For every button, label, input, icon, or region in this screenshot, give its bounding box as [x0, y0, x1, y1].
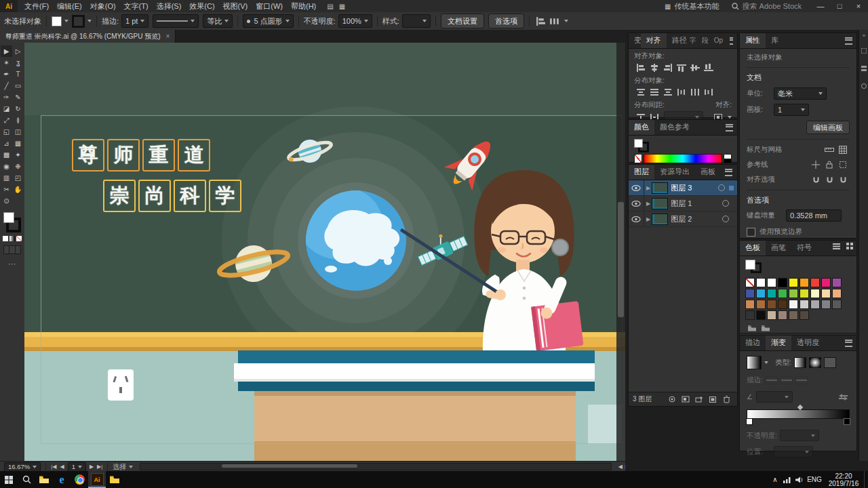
swatch[interactable] [756, 300, 766, 309]
lock-guides-icon[interactable] [823, 159, 836, 170]
gradient-preview-swatch[interactable] [747, 356, 762, 369]
edge-browser-icon[interactable]: e [53, 471, 71, 488]
swatch[interactable] [810, 289, 820, 298]
expand-arrow-icon[interactable]: ▶ [646, 216, 650, 222]
search-icon[interactable] [732, 3, 739, 10]
tab-pathfinder[interactable]: 路径查找器 [667, 33, 687, 48]
align-vcenter-icon[interactable] [688, 62, 702, 73]
panel-menu-icon[interactable] [726, 124, 733, 131]
swatch[interactable] [832, 289, 842, 298]
distribute-top-icon[interactable] [634, 87, 648, 98]
drawing-modes[interactable] [3, 245, 21, 254]
gradient-stop-black[interactable] [844, 418, 850, 425]
stroke-color-control[interactable] [72, 15, 92, 28]
document-setup-button[interactable]: 文档设置 [441, 14, 484, 28]
layer-thumbnail[interactable] [652, 198, 668, 209]
hidden-panel-icon[interactable] [859, 79, 868, 92]
radial-gradient-icon[interactable] [809, 357, 821, 368]
illustrator-taskbar-icon[interactable]: Ai [88, 471, 106, 488]
layer-name[interactable]: 图层 1 [671, 199, 692, 209]
start-button[interactable] [0, 471, 18, 488]
snap-pixel-magnet-icon[interactable] [823, 174, 836, 185]
last-artboard-icon[interactable]: ▶| [97, 464, 102, 470]
align-shortcut-icon[interactable] [534, 16, 548, 26]
close-button[interactable]: × [849, 2, 868, 10]
panel-menu-icon[interactable] [725, 169, 732, 176]
none-button[interactable] [16, 236, 22, 241]
color-fill-stroke-proxy[interactable] [634, 139, 649, 152]
tab-libraries[interactable]: 库 [766, 33, 784, 48]
edit-toolbar-dots[interactable]: ⋯ [0, 260, 24, 268]
scale-tool[interactable]: ⤢ [1, 115, 12, 126]
linear-gradient-icon[interactable] [794, 357, 806, 368]
delete-layer-icon[interactable] [719, 394, 733, 405]
bw-swatches[interactable] [724, 154, 732, 163]
color-group-folder-icon[interactable] [759, 322, 772, 333]
menu-object[interactable]: 对象(O) [90, 1, 116, 12]
workspace-layout-icon[interactable]: ▦ [339, 3, 345, 10]
swatch[interactable] [810, 300, 820, 309]
minimize-button[interactable]: — [811, 2, 830, 10]
slice-tool[interactable]: ✂ [1, 184, 12, 195]
magic-wand-tool[interactable]: ✶ [1, 57, 12, 68]
swatch[interactable] [767, 310, 776, 320]
desk[interactable] [234, 350, 595, 461]
arrange-documents-icon[interactable]: ▤ [327, 3, 333, 10]
expand-arrow-icon[interactable]: ▶ [646, 201, 650, 207]
swatch[interactable] [800, 278, 809, 287]
distribute-shortcut-icon[interactable] [548, 16, 561, 26]
swatch[interactable] [767, 300, 776, 309]
swatch[interactable] [778, 300, 787, 309]
wall-socket[interactable] [108, 369, 134, 401]
line-segment-tool[interactable]: ╱ [1, 80, 12, 92]
tab-transform[interactable]: 变换 [629, 33, 641, 48]
layer-name[interactable]: 图层 3 [671, 183, 692, 193]
width-tool[interactable]: ≬ [12, 115, 24, 126]
fill-stroke-proxy[interactable] [3, 212, 21, 232]
gradient-tool[interactable]: ▩ [1, 149, 12, 161]
swatch[interactable] [821, 289, 831, 298]
visibility-eye-icon[interactable] [629, 180, 644, 195]
pen-tool[interactable]: ✒ [1, 68, 12, 80]
pink-book[interactable] [531, 301, 584, 351]
color-spectrum-bar[interactable] [644, 154, 722, 163]
artboard-nav-field[interactable]: 1 [68, 462, 86, 472]
file-explorer-icon[interactable] [35, 471, 53, 488]
width-profile-select[interactable]: 等比 [203, 14, 233, 28]
swatch[interactable] [756, 289, 766, 298]
edit-artboards-button[interactable]: 编辑画板 [806, 121, 850, 134]
layer-target-icon[interactable] [718, 184, 725, 191]
make-guides-icon[interactable] [836, 159, 850, 170]
tab-symbols[interactable]: 符号 [791, 241, 817, 256]
distribute-left-icon[interactable] [675, 87, 688, 98]
locate-object-icon[interactable] [665, 394, 679, 405]
status-options-caret[interactable] [129, 466, 133, 468]
swatch[interactable] [800, 310, 809, 320]
hand-tool[interactable]: ✋ [12, 184, 24, 195]
swatch[interactable] [821, 278, 831, 287]
workspace-switcher-icon[interactable]: ▦ [665, 3, 671, 10]
swatch[interactable] [810, 278, 820, 287]
color-group-folder-icon[interactable] [745, 322, 759, 333]
new-sublayer-icon[interactable] [692, 394, 706, 405]
tab-artboards[interactable]: 画板 [695, 165, 721, 180]
menu-help[interactable]: 帮助(H) [291, 1, 316, 12]
restore-button[interactable]: □ [830, 2, 849, 10]
tab-swatches[interactable]: 色板 [740, 241, 766, 256]
gradient-preset-caret[interactable] [764, 361, 768, 364]
opacity-field[interactable]: 100% [338, 14, 372, 28]
chrome-browser-icon[interactable] [71, 471, 88, 488]
swatch[interactable] [756, 310, 766, 320]
swatch[interactable] [800, 289, 809, 298]
swatch[interactable] [778, 278, 787, 287]
tray-volume-icon[interactable] [793, 471, 806, 488]
column-graph-tool[interactable]: ▥ [1, 172, 12, 184]
perspective-grid-tool[interactable]: ⊿ [1, 138, 12, 149]
swatch[interactable] [821, 300, 831, 309]
variable-width-profile[interactable] [153, 14, 199, 28]
expand-arrow-icon[interactable]: ▶ [646, 185, 650, 191]
document-tab-close-icon[interactable]: × [166, 33, 170, 40]
swatch[interactable] [756, 278, 766, 287]
eyedropper-tool[interactable]: ✦ [12, 149, 24, 161]
tab-gradient[interactable]: 渐变 [766, 336, 791, 350]
